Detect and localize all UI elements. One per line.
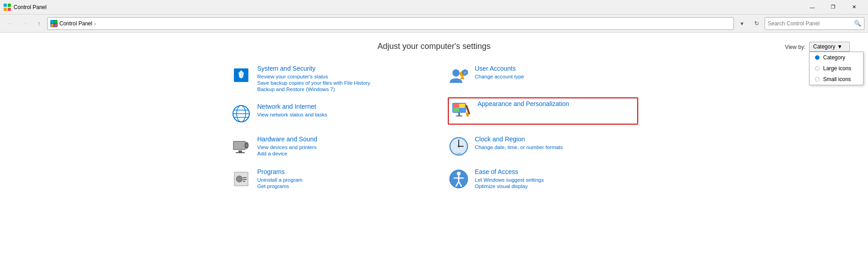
dropdown-item-large-icons[interactable]: Large icons: [810, 63, 863, 74]
svg-text:GMT: GMT: [456, 152, 462, 155]
view-by-dropdown-wrapper: Category ▼ Category Large icons Small ic…: [809, 42, 850, 52]
search-bar[interactable]: 🔍: [765, 17, 864, 30]
svg-rect-27: [243, 181, 245, 182]
svg-rect-1: [8, 4, 11, 7]
sub-link-date-time[interactable]: Change date, time, or number formats: [475, 145, 563, 150]
radio-category: [815, 55, 820, 60]
sub-link-windows-suggest[interactable]: Let Windows suggest settings: [475, 177, 544, 183]
svg-rect-39: [456, 116, 462, 116]
system-security-icon: [230, 65, 252, 87]
address-bar-icon: [50, 20, 58, 27]
svg-rect-25: [243, 177, 247, 178]
svg-rect-2: [4, 8, 7, 11]
view-by-selected: Category: [813, 43, 835, 50]
radio-small-icons: [815, 77, 820, 82]
programs-icon: [230, 168, 252, 190]
category-programs: Programs Uninstall a program Get program…: [230, 168, 421, 190]
svg-rect-4: [51, 20, 53, 23]
address-path: Control Panel: [59, 20, 92, 27]
radio-large-icons: [815, 66, 820, 71]
hardware-sound-title[interactable]: Hardware and Sound: [257, 135, 317, 143]
svg-point-28: [452, 69, 460, 77]
network-internet-text: Network and Internet View network status…: [257, 103, 327, 117]
maximize-button[interactable]: ❐: [823, 0, 844, 14]
dropdown-item-small-icons[interactable]: Small icons: [810, 74, 863, 85]
view-by-label: View by:: [785, 42, 805, 53]
programs-title[interactable]: Programs: [257, 168, 303, 175]
title-bar-controls: — ❐ ✕: [802, 0, 864, 14]
svg-rect-37: [459, 108, 465, 112]
appearance-personalization-title[interactable]: Appearance and Personalization: [478, 100, 569, 107]
address-bar: Control Panel ›: [47, 17, 734, 30]
sub-link-get-programs[interactable]: Get programs: [257, 183, 303, 189]
nav-bar: ← → ↑ Control Panel › ▼ ↻ 🔍: [0, 14, 868, 33]
clock-region-text: Clock and Region Change date, time, or n…: [475, 135, 563, 150]
window-title: Control Panel: [14, 4, 47, 10]
appearance-personalization-icon: [451, 100, 472, 122]
categories-container: System and Security Review your computer…: [230, 65, 638, 190]
ease-access-sublinks: Let Windows suggest settings Optimize vi…: [475, 177, 544, 189]
hardware-sound-text: Hardware and Sound View devices and prin…: [257, 135, 317, 156]
clock-region-icon: GMT: [448, 135, 470, 157]
sub-link-backup-restore[interactable]: Backup and Restore (Windows 7): [257, 87, 370, 92]
network-internet-icon: [230, 103, 252, 125]
user-accounts-icon: ✓: [448, 65, 470, 87]
category-network-internet: Network and Internet View network status…: [230, 103, 421, 125]
cp-small-icon: [51, 20, 57, 27]
user-accounts-title[interactable]: User Accounts: [475, 65, 524, 72]
clock-region-sublinks: Change date, time, or number formats: [475, 145, 563, 150]
sub-link-optimize-display[interactable]: Optimize visual display: [475, 183, 544, 189]
refresh-button[interactable]: ↻: [750, 17, 763, 30]
sub-link-change-account[interactable]: Change account type: [475, 74, 524, 79]
search-input[interactable]: [768, 20, 852, 27]
app-icon: [4, 4, 11, 11]
search-icon: 🔍: [854, 20, 861, 27]
sub-link-uninstall[interactable]: Uninstall a program: [257, 177, 303, 183]
system-security-sublinks: Review your computer's status Save backu…: [257, 74, 370, 92]
address-dropdown-button[interactable]: ▼: [736, 17, 748, 30]
svg-rect-7: [54, 24, 57, 27]
dropdown-item-category[interactable]: Category: [810, 52, 863, 63]
programs-sublinks: Uninstall a program Get programs: [257, 177, 303, 189]
category-ease-access: Ease of Access Let Windows suggest setti…: [448, 168, 638, 190]
network-internet-title[interactable]: Network and Internet: [257, 103, 327, 110]
category-hardware-sound: Hardware and Sound View devices and prin…: [230, 135, 421, 157]
forward-button[interactable]: →: [18, 17, 31, 30]
view-by-container: View by: Category ▼ Category Large icons…: [785, 42, 850, 53]
page-title: Adjust your computer's settings: [9, 42, 859, 51]
title-bar: Control Panel — ❐ ✕: [0, 0, 868, 14]
sub-link-backup-file-history[interactable]: Save backup copies of your files with Fi…: [257, 80, 370, 86]
main-content: Adjust your computer's settings View by:…: [0, 33, 868, 280]
svg-rect-26: [243, 179, 247, 180]
svg-point-19: [246, 145, 247, 146]
svg-text:✓: ✓: [463, 71, 466, 75]
minimize-button[interactable]: —: [802, 0, 823, 14]
view-by-button[interactable]: Category ▼: [809, 42, 850, 52]
svg-rect-38: [458, 113, 460, 116]
chevron-down-icon: ▼: [837, 43, 843, 50]
user-accounts-sublinks: Change account type: [475, 74, 524, 79]
sub-link-devices-printers[interactable]: View devices and printers: [257, 145, 317, 150]
svg-rect-35: [459, 104, 465, 108]
programs-text: Programs Uninstall a program Get program…: [257, 168, 303, 189]
ease-access-title[interactable]: Ease of Access: [475, 168, 544, 175]
svg-rect-36: [453, 108, 459, 112]
dropdown-label-small-icons: Small icons: [823, 76, 851, 82]
left-column: System and Security Review your computer…: [230, 65, 421, 190]
appearance-personalization-text: Appearance and Personalization: [478, 100, 569, 109]
sub-link-add-device[interactable]: Add a device: [257, 151, 317, 156]
up-button[interactable]: ↑: [33, 17, 45, 30]
svg-rect-6: [51, 24, 53, 27]
clock-region-title[interactable]: Clock and Region: [475, 135, 563, 143]
category-system-security: System and Security Review your computer…: [230, 65, 421, 92]
title-bar-left: Control Panel: [4, 4, 47, 11]
dropdown-label-large-icons: Large icons: [823, 65, 851, 72]
sub-link-review-status[interactable]: Review your computer's status: [257, 74, 370, 79]
close-button[interactable]: ✕: [844, 0, 864, 14]
sub-link-network-status[interactable]: View network status and tasks: [257, 112, 327, 117]
svg-rect-34: [453, 104, 459, 108]
system-security-title[interactable]: System and Security: [257, 65, 370, 72]
svg-point-24: [236, 176, 242, 182]
back-button[interactable]: ←: [4, 17, 16, 30]
svg-rect-5: [54, 20, 57, 23]
